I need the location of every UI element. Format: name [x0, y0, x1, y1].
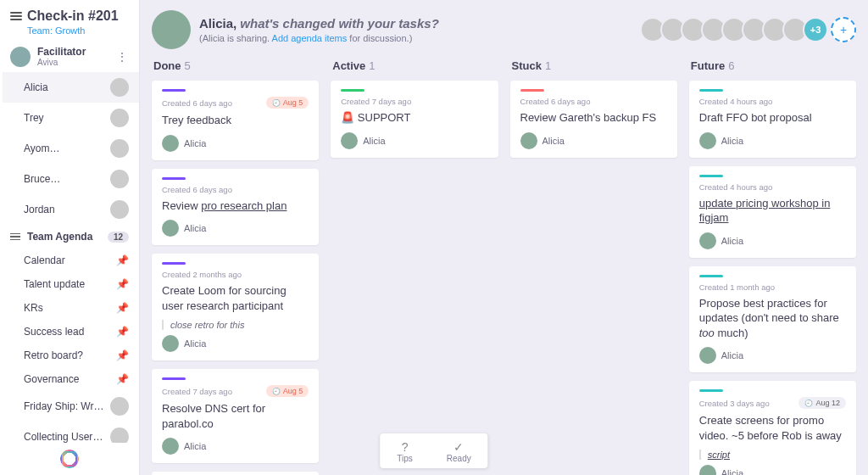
owner-name: Alicia [721, 468, 743, 475]
column-stuck: Stuck1 Created 6 days ago Review Gareth'… [510, 56, 677, 463]
task-card[interactable]: Created 6 days ago Review Gareth's backu… [510, 81, 677, 158]
avatar [699, 232, 716, 249]
pin-icon: 📌 [116, 373, 129, 385]
created-label: Created 6 days ago [162, 98, 232, 108]
task-card[interactable]: Created 7 days ago 🚨 SUPPORT Alicia [331, 81, 498, 158]
owner-name: Alicia [184, 441, 206, 451]
sidebar-agenda-item[interactable]: Friday Ship: Writer, Pu... [0, 391, 139, 422]
card-title: Review Gareth's backup FS [520, 110, 667, 126]
participant-avatars: +3 + [645, 17, 856, 42]
add-person-button[interactable]: + [831, 17, 856, 42]
kebab-icon[interactable]: ⋮ [116, 50, 129, 64]
avatar [10, 47, 31, 67]
sidebar-section-agenda[interactable]: Team Agenda 12 [0, 225, 139, 249]
facilitator-name: Aviva [37, 58, 109, 67]
list-icon [10, 233, 20, 241]
sidebar-agenda-item[interactable]: KRs📌 [0, 296, 139, 320]
column-count: 1 [369, 59, 375, 72]
task-card[interactable]: Created 7 days agoAug 5 Resolve DNS cert… [152, 369, 319, 463]
checkin-title: Check-in #201 [27, 8, 119, 24]
avatar [162, 220, 179, 237]
card-link[interactable]: pro research plan [201, 199, 287, 212]
pin-icon: 📌 [116, 254, 129, 266]
task-card[interactable]: Created 3 days agoAug 12 Create screens … [689, 381, 856, 475]
main-area: Alicia, what's changed with your tasks? … [140, 0, 868, 475]
sidebar-agenda-item[interactable]: Success lead📌 [0, 320, 139, 344]
avatar [152, 10, 191, 49]
created-label: Created 4 hours ago [699, 182, 773, 192]
owner-name: Alicia [542, 136, 565, 146]
pin-icon: 📌 [116, 302, 129, 314]
status-stripe [162, 177, 186, 180]
sidebar-agenda-item[interactable]: Collecting User Resea... [0, 422, 139, 443]
task-card[interactable]: Created 2 months ago Create Loom for sou… [152, 254, 319, 360]
avatar [699, 347, 716, 364]
prompt-title: Alicia, what's changed with your tasks? [199, 16, 439, 31]
sidebar-person[interactable]: Ayomide Yemi [0, 133, 139, 164]
app-logo[interactable] [0, 443, 139, 475]
column-count: 6 [728, 59, 734, 72]
status-stripe [699, 275, 723, 277]
pin-icon: 📌 [116, 278, 129, 290]
avatar [110, 428, 129, 443]
pin-icon: 📌 [116, 349, 129, 361]
avatar [110, 397, 129, 416]
status-stripe [699, 89, 723, 92]
task-card[interactable]: Created 4 hours ago update pricing works… [689, 166, 856, 258]
avatar [110, 78, 129, 97]
avatar [520, 132, 537, 149]
owner-name: Alicia [184, 138, 206, 148]
ready-button[interactable]: ✓Ready [430, 433, 488, 468]
created-label: Created 7 days ago [341, 97, 411, 106]
hamburger-icon[interactable] [10, 12, 22, 20]
card-link[interactable]: script [708, 450, 730, 460]
sidebar-header: Check-in #201 Team: Growth [0, 0, 139, 41]
status-stripe [341, 89, 364, 92]
owner-name: Alicia [721, 236, 743, 246]
status-stripe [699, 389, 723, 392]
due-pill: Aug 5 [266, 97, 309, 109]
created-label: Created 4 hours ago [699, 97, 773, 106]
avatar [110, 139, 129, 158]
sidebar-person[interactable]: Jordan [0, 194, 139, 225]
avatar [699, 132, 716, 149]
status-stripe [699, 175, 723, 177]
pin-icon: 📌 [116, 326, 129, 338]
help-icon: ? [397, 440, 413, 454]
sidebar-person[interactable]: Bruce Tian [0, 164, 139, 194]
sidebar-person[interactable]: Alicia [0, 72, 139, 103]
status-stripe [520, 89, 544, 92]
owner-name: Alicia [184, 338, 206, 349]
sidebar-person[interactable]: Trey [0, 103, 139, 133]
due-pill: Aug 12 [798, 397, 846, 409]
topbar: Alicia, what's changed with your tasks? … [140, 0, 868, 56]
add-agenda-link[interactable]: Add agenda items [272, 33, 348, 43]
sidebar-agenda-item[interactable]: Talent update📌 [0, 272, 139, 296]
column-title: Future [691, 59, 725, 72]
sidebar-agenda-item[interactable]: Retro board?📌 [0, 344, 139, 367]
task-card[interactable]: Created 6 days ago Review pro research p… [152, 169, 319, 246]
task-card[interactable]: Created 4 hours ago Draft FFO bot propos… [689, 81, 856, 158]
sidebar-agenda-item[interactable]: Calendar📌 [0, 249, 139, 272]
card-link[interactable]: update pricing workshop in figjam [699, 197, 831, 225]
tips-button[interactable]: ?Tips [380, 433, 430, 468]
overflow-count[interactable]: +3 [803, 17, 828, 42]
card-title: Review pro research plan [162, 198, 309, 214]
sidebar: Check-in #201 Team: Growth Facilitator A… [0, 0, 140, 475]
sidebar-agenda-item[interactable]: Governance📌 [0, 367, 139, 391]
app-root: Check-in #201 Team: Growth Facilitator A… [0, 0, 868, 475]
card-subtask: close retro for this [162, 320, 309, 330]
agenda-count-badge: 12 [108, 232, 129, 243]
task-card[interactable]: Created 6 days agoAug 5 Trey feedback Al… [152, 81, 319, 160]
task-card[interactable]: Created 6 days ago Add wellness days to … [152, 472, 319, 475]
check-icon: ✓ [447, 440, 471, 454]
avatar [162, 335, 179, 352]
avatar [110, 200, 129, 219]
column-count: 1 [545, 59, 551, 72]
card-title: Propose best practices for updates (don'… [699, 296, 846, 341]
avatar [110, 170, 129, 188]
card-title: Create screens for promo video. ~5 befor… [699, 413, 846, 443]
task-card[interactable]: Created 1 month ago Propose best practic… [689, 266, 856, 373]
team-name[interactable]: Team: Growth [27, 25, 129, 36]
created-label: Created 3 days ago [699, 399, 770, 408]
